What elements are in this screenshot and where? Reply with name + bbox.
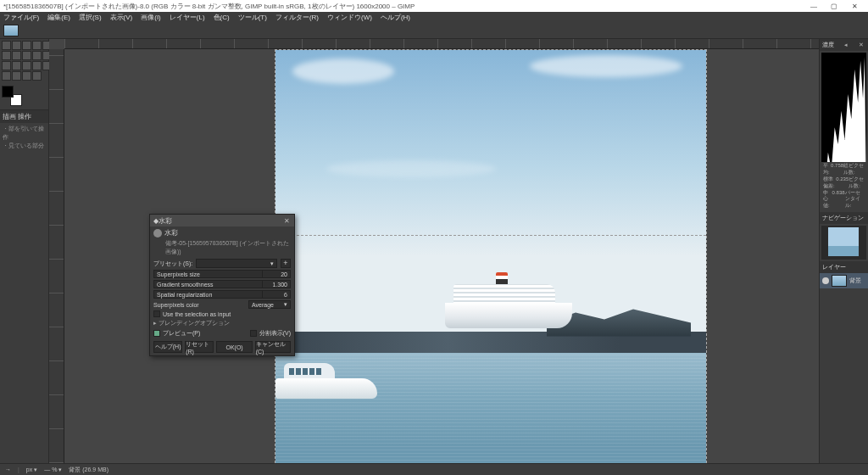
- dialog-close-button[interactable]: ✕: [282, 217, 291, 225]
- menu-tools[interactable]: ツール(T): [238, 13, 267, 22]
- layer-name[interactable]: 背景: [849, 277, 861, 285]
- canvas-guide[interactable]: [275, 235, 706, 236]
- tool-measure-icon[interactable]: [22, 71, 31, 81]
- param-spatial-regularization-label[interactable]: Spatial regularization: [153, 290, 262, 299]
- menu-filters[interactable]: フィルター(R): [275, 13, 319, 22]
- param-superpixels-size-value[interactable]: 20: [262, 270, 291, 278]
- dialog-title: 水彩: [159, 216, 172, 226]
- image-tab-thumb[interactable]: [3, 25, 19, 36]
- param-superpixels-color-label: Superpixels color: [153, 302, 199, 308]
- param-gradient-smoothness-value[interactable]: 1.300: [262, 280, 291, 288]
- use-selection-label: Use the selection as input: [163, 311, 231, 317]
- layer-visibility-icon[interactable]: [822, 277, 829, 284]
- tool-options-title: 描画 操作: [0, 109, 48, 123]
- menu-image[interactable]: 画像(I): [141, 13, 161, 22]
- chevron-down-icon: ▾: [58, 467, 62, 472]
- status-info: 背景 (26.9 MB): [69, 466, 108, 474]
- preview-label: プレビュー(P): [163, 329, 200, 338]
- menu-view[interactable]: 表示(V): [110, 13, 133, 22]
- image-tab-strip: [0, 22, 868, 39]
- close-button[interactable]: ✕: [844, 3, 865, 10]
- dialog-titlebar[interactable]: ◆ 水彩 ✕: [150, 215, 294, 226]
- tool-zoom-icon[interactable]: [32, 71, 42, 81]
- dialog-meta: 備考-05-[1565957836507B] (インポートされた画像)): [150, 239, 294, 258]
- panel-menu-icon[interactable]: ◂: [842, 42, 850, 48]
- ruler-vertical[interactable]: [49, 49, 64, 463]
- navigation-thumb[interactable]: [828, 227, 859, 256]
- tool-fuzzy-select-icon[interactable]: [32, 41, 42, 50]
- tool-free-select-icon[interactable]: [22, 41, 31, 50]
- tool-clone-icon[interactable]: [22, 61, 31, 70]
- tool-brush-icon[interactable]: [2, 61, 11, 70]
- tool-warp-icon[interactable]: [12, 51, 21, 60]
- reset-button[interactable]: リセット(R): [185, 341, 214, 353]
- tool-rect-select-icon[interactable]: [12, 41, 21, 50]
- wilber-icon: [153, 229, 162, 238]
- image-foreground-boat: [275, 353, 377, 404]
- menu-file[interactable]: ファイル(F): [3, 13, 39, 22]
- preset-add-button[interactable]: +: [281, 259, 291, 268]
- window-titlebar: *[1565851836507B] (インポートされた画像)-8.0 (RGB …: [0, 0, 868, 12]
- layer-row[interactable]: 背景: [820, 273, 868, 288]
- maximize-button[interactable]: ▢: [824, 3, 844, 10]
- split-checkbox[interactable]: [250, 330, 257, 337]
- param-gradient-smoothness-label[interactable]: Gradient smoothness: [153, 280, 262, 288]
- tool-options-body: ・部を引いて操作 ・見ている部分: [0, 123, 48, 152]
- tool-text-icon[interactable]: [2, 71, 11, 81]
- canvas-image[interactable]: [275, 49, 707, 463]
- preview-checkbox[interactable]: [153, 330, 160, 337]
- ruler-horizontal[interactable]: [64, 39, 819, 49]
- menu-windows[interactable]: ウィンドウ(W): [327, 13, 372, 22]
- param-spatial-regularization-value[interactable]: 6: [262, 290, 291, 299]
- histogram-stats: 平均:0.758総ピクセル数: 標準偏差:0.235ピクセル数: 中心値:0.8…: [821, 162, 866, 210]
- blending-expander[interactable]: ▸ ブレンディングオプション: [150, 318, 294, 328]
- status-unit-select[interactable]: px ▾: [26, 467, 37, 473]
- image-cruise-ship: [445, 269, 572, 337]
- preset-select[interactable]: ▾: [196, 259, 277, 268]
- preset-label: プリセット(S):: [153, 260, 192, 268]
- status-zoom-select[interactable]: — % ▾: [44, 467, 62, 473]
- filter-dialog: ◆ 水彩 ✕ 水彩 備考-05-[1565957836507B] (インポートさ…: [149, 214, 295, 356]
- split-label: 分割表示(V): [259, 329, 291, 338]
- tool-move-icon[interactable]: [2, 41, 11, 50]
- use-selection-checkbox[interactable]: [153, 310, 160, 317]
- histogram-tab[interactable]: 濃度: [822, 41, 834, 49]
- layers-tab[interactable]: レイヤー: [822, 263, 846, 271]
- menu-help[interactable]: ヘルプ(H): [381, 13, 410, 22]
- menu-edit[interactable]: 編集(E): [47, 13, 70, 22]
- navigation-panel[interactable]: [821, 226, 866, 260]
- param-superpixels-size-label[interactable]: Superpixels size: [153, 270, 262, 278]
- canvas-area: ◆ 水彩 ✕ 水彩 備考-05-[1565957836507B] (インポートさ…: [49, 39, 819, 463]
- panel-close-icon[interactable]: ✕: [857, 42, 865, 48]
- window-title: *[1565851836507B] (インポートされた画像)-8.0 (RGB …: [3, 2, 415, 11]
- status-coords: →: [5, 467, 11, 472]
- tool-smudge-icon[interactable]: [32, 61, 42, 70]
- navigation-tab[interactable]: ナビゲーション: [822, 214, 864, 222]
- right-panel: 濃度 ◂ ✕ 平均:0.758総ピクセル数: 標準偏差:0.235ピクセル数: …: [819, 39, 868, 463]
- help-button[interactable]: ヘルプ(H): [153, 341, 182, 353]
- tool-options-line1: ・部を引いて操作: [3, 125, 46, 142]
- tool-eraser-icon[interactable]: [12, 61, 21, 70]
- fg-color-swatch[interactable]: [2, 86, 14, 98]
- param-superpixels-color-value: Average: [252, 302, 274, 308]
- ok-button[interactable]: OK(O): [216, 341, 252, 353]
- minimize-button[interactable]: —: [804, 3, 824, 10]
- tool-picker-icon[interactable]: [12, 71, 21, 81]
- tool-bucket-icon[interactable]: [22, 51, 31, 60]
- tool-gradient-icon[interactable]: [32, 51, 42, 60]
- chevron-down-icon: ▾: [34, 467, 37, 472]
- menu-select[interactable]: 選択(S): [79, 13, 102, 22]
- left-panel: 描画 操作 ・部を引いて操作 ・見ている部分: [0, 39, 49, 463]
- chevron-down-icon: ▾: [284, 301, 287, 308]
- statusbar: → | px ▾ — % ▾ 背景 (26.9 MB): [0, 463, 868, 475]
- menu-colors[interactable]: 色(C): [214, 13, 230, 22]
- cancel-button[interactable]: キャンセル(C): [255, 341, 291, 353]
- menu-layer[interactable]: レイヤー(L): [170, 13, 205, 22]
- histogram-canvas[interactable]: [821, 53, 866, 162]
- fg-bg-color[interactable]: [2, 86, 22, 106]
- menubar: ファイル(F) 編集(E) 選択(S) 表示(V) 画像(I) レイヤー(L) …: [0, 12, 868, 22]
- tool-transform-icon[interactable]: [2, 51, 11, 60]
- param-superpixels-color-select[interactable]: Average ▾: [248, 300, 291, 309]
- layer-thumb[interactable]: [832, 275, 847, 287]
- chevron-down-icon: ▾: [270, 260, 274, 267]
